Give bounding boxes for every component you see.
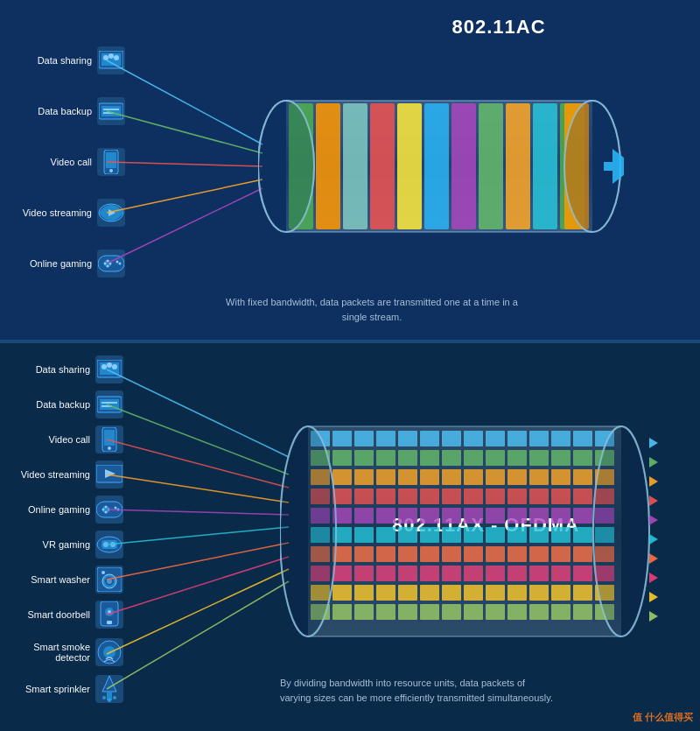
- svg-rect-211: [464, 566, 483, 581]
- top-title: 802.11AC: [332, 16, 665, 39]
- svg-rect-219: [332, 585, 352, 601]
- svg-rect-237: [420, 604, 439, 620]
- svg-rect-171: [508, 508, 527, 524]
- svg-rect-241: [508, 604, 527, 620]
- svg-rect-128: [486, 450, 505, 466]
- svg-rect-136: [354, 469, 374, 485]
- svg-rect-41: [506, 103, 530, 229]
- svg-rect-229: [551, 585, 570, 601]
- svg-rect-205: [332, 566, 352, 581]
- svg-rect-151: [376, 489, 396, 504]
- svg-rect-112: [442, 431, 461, 446]
- svg-line-95: [107, 527, 289, 545]
- svg-line-26: [107, 188, 262, 264]
- svg-rect-137: [376, 469, 396, 485]
- svg-rect-209: [420, 566, 439, 581]
- svg-rect-179: [376, 527, 396, 543]
- svg-marker-251: [649, 496, 658, 506]
- svg-marker-253: [649, 534, 658, 545]
- svg-rect-197: [464, 546, 483, 562]
- svg-rect-160: [573, 489, 592, 504]
- svg-rect-126: [442, 450, 461, 466]
- svg-rect-110: [398, 431, 417, 446]
- svg-rect-129: [508, 450, 527, 466]
- svg-rect-210: [442, 566, 461, 581]
- svg-rect-181: [420, 527, 439, 543]
- svg-rect-239: [464, 604, 483, 620]
- svg-rect-113: [464, 431, 483, 446]
- svg-rect-214: [529, 566, 549, 581]
- svg-rect-200: [529, 546, 549, 562]
- svg-rect-236: [398, 604, 417, 620]
- svg-marker-250: [649, 476, 658, 487]
- svg-rect-213: [508, 566, 527, 581]
- svg-rect-201: [551, 546, 570, 562]
- svg-point-46: [258, 101, 314, 232]
- svg-rect-34: [316, 103, 340, 229]
- svg-rect-230: [573, 585, 592, 601]
- svg-rect-150: [354, 489, 374, 504]
- svg-rect-152: [398, 489, 417, 504]
- svg-rect-188: [573, 527, 592, 543]
- svg-rect-216: [573, 566, 592, 581]
- svg-rect-122: [354, 450, 374, 466]
- svg-rect-154: [442, 489, 461, 504]
- svg-rect-37: [397, 103, 422, 229]
- svg-rect-156: [486, 489, 505, 504]
- svg-rect-192: [354, 546, 374, 562]
- svg-line-97: [107, 557, 289, 615]
- svg-rect-194: [398, 546, 417, 562]
- svg-rect-155: [464, 489, 483, 504]
- svg-rect-114: [486, 431, 505, 446]
- svg-rect-199: [508, 546, 527, 562]
- svg-rect-182: [442, 527, 461, 543]
- svg-rect-224: [442, 585, 461, 601]
- svg-marker-255: [649, 573, 658, 583]
- svg-rect-42: [533, 103, 557, 229]
- svg-rect-228: [529, 585, 549, 601]
- svg-rect-195: [420, 546, 439, 562]
- svg-rect-125: [420, 450, 439, 466]
- svg-line-98: [107, 569, 289, 654]
- svg-rect-124: [398, 450, 417, 466]
- svg-rect-132: [573, 450, 592, 466]
- svg-rect-145: [551, 469, 570, 485]
- svg-point-246: [280, 426, 336, 636]
- top-caption: With fixed bandwidth, data packets are t…: [219, 295, 525, 324]
- svg-rect-198: [486, 546, 505, 562]
- svg-rect-233: [332, 604, 352, 620]
- svg-rect-226: [486, 585, 505, 601]
- svg-rect-139: [420, 469, 439, 485]
- svg-rect-35: [343, 103, 368, 229]
- svg-rect-185: [508, 527, 527, 543]
- svg-rect-146: [573, 469, 592, 485]
- svg-marker-257: [649, 611, 658, 622]
- watermark: 值 什么值得买: [633, 711, 693, 724]
- svg-rect-207: [376, 566, 396, 581]
- svg-rect-173: [551, 508, 570, 524]
- svg-marker-249: [649, 457, 658, 467]
- svg-rect-206: [354, 566, 374, 581]
- svg-rect-143: [508, 469, 527, 485]
- svg-rect-225: [464, 585, 483, 601]
- svg-marker-248: [649, 438, 658, 448]
- svg-rect-39: [452, 103, 476, 229]
- svg-rect-208: [398, 566, 417, 581]
- svg-rect-165: [376, 508, 396, 524]
- svg-line-93: [107, 474, 289, 503]
- svg-rect-168: [442, 508, 461, 524]
- svg-line-25: [107, 179, 262, 213]
- svg-rect-131: [551, 450, 570, 466]
- svg-rect-184: [486, 527, 505, 543]
- svg-point-247: [593, 426, 649, 636]
- svg-rect-202: [573, 546, 592, 562]
- svg-rect-242: [529, 604, 549, 620]
- svg-rect-240: [486, 604, 505, 620]
- svg-rect-158: [529, 489, 549, 504]
- bottom-tube: [280, 422, 674, 641]
- svg-rect-107: [332, 431, 352, 446]
- svg-rect-123: [376, 450, 396, 466]
- svg-rect-238: [442, 604, 461, 620]
- svg-rect-117: [551, 431, 570, 446]
- svg-rect-169: [464, 508, 483, 524]
